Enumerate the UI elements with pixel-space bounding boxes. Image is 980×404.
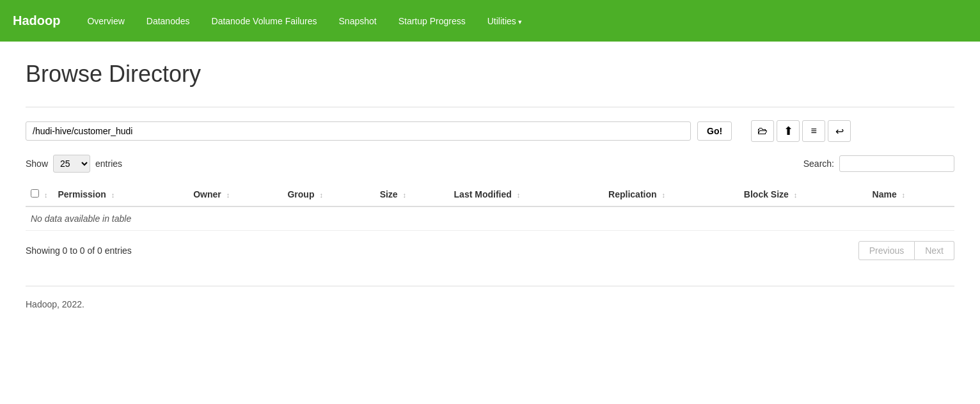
no-data-row: No data available in table <box>26 206 954 231</box>
search-label: Search: <box>803 159 834 169</box>
icon-buttons: 🗁 ⬆ ≡ ↩ <box>751 120 851 142</box>
nav-item-overview[interactable]: Overview <box>79 11 132 31</box>
search-input[interactable] <box>839 155 954 172</box>
col-permission[interactable]: Permission ↕ <box>52 183 188 206</box>
col-size[interactable]: Size ↕ <box>375 183 449 206</box>
pagination-row: Showing 0 to 0 of 0 entries Previous Nex… <box>26 241 954 260</box>
select-all-checkbox[interactable] <box>31 189 39 198</box>
move-icon: ↩ <box>835 125 844 137</box>
entries-select[interactable]: 10 25 50 100 <box>53 155 90 173</box>
col-group[interactable]: Group ↕ <box>282 183 374 206</box>
table-controls: Show 10 25 50 100 entries Search: <box>26 155 954 173</box>
sort-icon-block-size: ↕ <box>794 191 798 199</box>
table-header-row: ↕ Permission ↕ Owner ↕ Group ↕ Size ↕ <box>26 183 954 206</box>
no-data-message: No data available in table <box>26 206 954 231</box>
col-replication[interactable]: Replication ↕ <box>603 183 739 206</box>
nav-link-datanodes[interactable]: Datanodes <box>139 11 198 31</box>
navbar-brand[interactable]: Hadoop <box>13 13 60 28</box>
sort-icon-owner: ↕ <box>226 191 230 199</box>
col-block-size-label: Block Size <box>744 189 789 199</box>
sort-icon-name: ↕ <box>902 191 906 199</box>
show-label: Show <box>26 159 48 169</box>
list-icon-button[interactable]: ≡ <box>802 120 825 142</box>
table-head: ↕ Permission ↕ Owner ↕ Group ↕ Size ↕ <box>26 183 954 206</box>
col-name-label: Name <box>873 189 897 199</box>
entries-label: entries <box>95 159 122 169</box>
path-input[interactable] <box>26 121 691 141</box>
upload-icon: ⬆ <box>784 124 793 138</box>
go-button[interactable]: Go! <box>697 121 732 141</box>
nav-link-overview[interactable]: Overview <box>79 11 132 31</box>
pagination-buttons: Previous Next <box>858 241 954 260</box>
sort-icon-replication: ↕ <box>661 191 665 199</box>
col-size-label: Size <box>380 189 398 199</box>
previous-button[interactable]: Previous <box>858 241 915 260</box>
sort-icon-last-modified: ↕ <box>517 191 521 199</box>
col-name[interactable]: Name ↕ <box>867 183 954 206</box>
sort-icon-checkbox: ↕ <box>44 191 48 199</box>
navbar-nav: Overview Datanodes Datanode Volume Failu… <box>79 11 530 31</box>
table-body: No data available in table <box>26 206 954 231</box>
path-bar: Go! 🗁 ⬆ ≡ ↩ <box>26 120 954 142</box>
showing-text: Showing 0 to 0 of 0 entries <box>26 245 132 256</box>
col-last-modified[interactable]: Last Modified ↕ <box>449 183 604 206</box>
nav-link-startup-progress[interactable]: Startup Progress <box>391 11 473 31</box>
move-icon-button[interactable]: ↩ <box>828 120 851 142</box>
col-replication-label: Replication <box>608 189 656 199</box>
col-owner[interactable]: Owner ↕ <box>188 183 282 206</box>
divider <box>26 107 954 107</box>
nav-item-utilities[interactable]: Utilities <box>480 11 530 31</box>
col-owner-label: Owner <box>193 189 221 199</box>
footer-text: Hadoop, 2022. <box>26 299 84 309</box>
nav-item-datanode-volume-failures[interactable]: Datanode Volume Failures <box>204 11 325 31</box>
nav-link-snapshot[interactable]: Snapshot <box>331 11 384 31</box>
main-content: Browse Directory Go! 🗁 ⬆ ≡ ↩ Show 10 2 <box>0 42 980 329</box>
nav-link-datanode-volume-failures[interactable]: Datanode Volume Failures <box>204 11 325 31</box>
search-box: Search: <box>803 155 954 172</box>
sort-icon-group: ↕ <box>319 191 323 199</box>
show-entries: Show 10 25 50 100 entries <box>26 155 122 173</box>
col-permission-label: Permission <box>58 189 106 199</box>
upload-icon-button[interactable]: ⬆ <box>777 120 800 142</box>
col-block-size[interactable]: Block Size ↕ <box>739 183 867 206</box>
next-button[interactable]: Next <box>915 241 954 260</box>
data-table: ↕ Permission ↕ Owner ↕ Group ↕ Size ↕ <box>26 183 954 231</box>
sort-icon-size: ↕ <box>403 191 407 199</box>
page-title: Browse Directory <box>26 61 954 88</box>
nav-item-snapshot[interactable]: Snapshot <box>331 11 384 31</box>
checkbox-col-header: ↕ <box>26 183 52 206</box>
col-last-modified-label: Last Modified <box>454 189 512 199</box>
folder-icon: 🗁 <box>757 125 768 137</box>
sort-icon-permission: ↕ <box>111 191 115 199</box>
nav-link-utilities[interactable]: Utilities <box>480 11 530 31</box>
footer: Hadoop, 2022. <box>26 286 954 309</box>
list-icon: ≡ <box>810 125 816 137</box>
nav-item-datanodes[interactable]: Datanodes <box>139 11 198 31</box>
folder-icon-button[interactable]: 🗁 <box>751 120 774 142</box>
navbar: Hadoop Overview Datanodes Datanode Volum… <box>0 0 980 42</box>
nav-item-startup-progress[interactable]: Startup Progress <box>391 11 473 31</box>
col-group-label: Group <box>287 189 314 199</box>
